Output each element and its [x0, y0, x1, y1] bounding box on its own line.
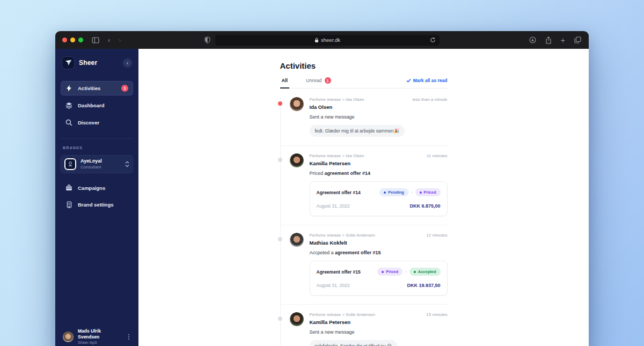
tabs-overview-icon[interactable]	[574, 36, 581, 43]
status-badge-from: Priced	[377, 268, 402, 276]
brand-name: AyeLoyal	[80, 158, 102, 164]
activity-item[interactable]: Perfume release > Ida Olsen 11 minutes K…	[280, 146, 448, 225]
briefcase-icon	[65, 185, 72, 191]
activity-context: Perfume release > Sofie Andersen	[310, 312, 375, 317]
activity-time: less than a minute	[413, 97, 448, 102]
offer-price: DKK 19.937,50	[407, 283, 440, 288]
activity-feed: Perfume release > Ida Olsen less than a …	[280, 90, 448, 346]
activity-item[interactable]: Perfume release > Sofie Andersen 12 minu…	[280, 225, 448, 305]
sidebar-item-label: Brand settings	[78, 202, 114, 208]
activity-time: 15 minutes	[426, 312, 447, 317]
close-window-button[interactable]	[62, 38, 67, 42]
browser-window: ‹ › sheer.dk	[55, 31, 589, 346]
address-bar[interactable]: sheer.dk	[215, 35, 440, 46]
sidebar-item-dashboard[interactable]: Dashboard	[61, 98, 133, 113]
brand-selector[interactable]: AyeLoyal Consultant	[61, 155, 133, 173]
url-text: sheer.dk	[321, 37, 340, 43]
unread-dot	[278, 101, 282, 106]
sidebar-item-label: Activities	[78, 85, 100, 91]
activity-action: Priced agreement offer #14	[310, 171, 448, 176]
avatar	[290, 153, 304, 167]
offer-date: August 31, 2022	[317, 283, 350, 288]
user-name: Mads Ulrik Svendsen	[78, 328, 122, 340]
layers-icon	[65, 102, 72, 109]
activity-action: Sent a new message	[310, 329, 448, 335]
window-controls	[62, 38, 83, 42]
sidebar-toggle-icon[interactable]	[92, 37, 99, 43]
activity-actor: Kamilla Petersen	[310, 319, 448, 325]
sidebar-item-label: Dashboard	[78, 102, 105, 108]
avatar	[290, 312, 304, 326]
sidebar-item-campaigns[interactable]: Campaigns	[61, 181, 133, 195]
status-badge-to: Priced	[415, 188, 441, 196]
building-icon	[65, 201, 72, 208]
offer-date: August 31, 2022	[317, 203, 350, 209]
activity-context: Perfume release > Ida Olsen	[310, 153, 364, 158]
collapse-sidebar-button[interactable]: ‹	[123, 58, 132, 68]
activity-action: Accpeted a agreement offer #15	[310, 250, 448, 255]
tab-unread[interactable]: Unread 1	[304, 77, 333, 88]
main-content: Activities All Unread 1 Mark all as read	[138, 49, 589, 346]
activity-time: 12 minutes	[426, 233, 447, 238]
read-dot	[278, 158, 282, 162]
read-dot	[278, 237, 282, 241]
sidebar-item-activities[interactable]: Activities 1	[61, 81, 133, 95]
avatar	[290, 233, 304, 247]
activity-item[interactable]: Perfume release > Ida Olsen less than a …	[280, 90, 448, 146]
brand-role: Consultant	[80, 165, 102, 170]
agreement-offer-card[interactable]: Agreement offer #15 Priced › Accepted	[310, 261, 448, 296]
tabs-bar: All Unread 1 Mark all as read	[280, 77, 448, 89]
reload-icon[interactable]	[430, 37, 436, 43]
new-tab-icon[interactable]: +	[561, 36, 565, 44]
offer-title: Agreement offer #14	[317, 190, 361, 195]
downloads-icon[interactable]	[529, 36, 536, 43]
sidebar: Sheer ‹ Activities 1	[55, 49, 138, 346]
sidebar-item-label: Campaigns	[78, 185, 105, 191]
tab-all[interactable]: All	[280, 78, 290, 89]
check-icon	[406, 78, 411, 83]
activity-actor: Kamilla Petersen	[310, 160, 448, 166]
activity-context: Perfume release > Ida Olsen	[310, 97, 364, 102]
back-icon[interactable]: ‹	[108, 36, 110, 43]
agreement-offer-card[interactable]: Agreement offer #14 Pending › Priced	[310, 181, 448, 216]
minimize-window-button[interactable]	[70, 38, 75, 42]
lock-icon	[314, 38, 319, 43]
read-dot	[278, 316, 282, 321]
avatar	[290, 97, 304, 111]
activity-context: Perfume release > Sofie Andersen	[310, 233, 375, 238]
offer-title: Agreement offer #15	[317, 269, 361, 275]
brands-section-label: BRANDS	[61, 146, 133, 150]
lightning-icon	[65, 85, 72, 92]
sheer-logo-icon	[62, 56, 75, 69]
zoom-window-button[interactable]	[78, 38, 83, 42]
sidebar-item-label: Discover	[78, 120, 99, 126]
message-bubble: fedt. Glæder mig til at arbejde sammen🎉	[310, 125, 405, 137]
forward-icon[interactable]: ›	[119, 36, 121, 43]
user-org: Sheer ApS	[78, 340, 122, 345]
shield-icon[interactable]	[204, 36, 210, 43]
offer-price: DKK 6.875,00	[409, 203, 440, 209]
message-bubble: selvfølgelig. Sender dig et tilbud nu 😊	[310, 340, 398, 346]
activities-count-badge: 1	[121, 85, 128, 92]
unread-count-badge: 1	[325, 77, 331, 84]
arrow-right-icon: ›	[405, 270, 407, 274]
sidebar-item-discover[interactable]: Discover	[61, 115, 133, 130]
browser-chrome: ‹ › sheer.dk	[55, 31, 589, 49]
user-avatar	[63, 332, 74, 342]
search-icon	[65, 119, 72, 126]
chevron-updown-icon	[125, 161, 129, 167]
share-icon[interactable]	[545, 36, 552, 44]
mark-all-as-read-button[interactable]: Mark all as read	[406, 78, 448, 88]
sidebar-item-brand-settings[interactable]: Brand settings	[61, 197, 133, 212]
app-brand-name: Sheer	[79, 59, 97, 67]
status-badge-to: Accepted	[409, 268, 441, 276]
activity-actor: Ida Olsen	[310, 104, 448, 110]
status-badge-from: Pending	[379, 188, 408, 196]
user-menu[interactable]: Mads Ulrik Svendsen Sheer ApS	[61, 323, 133, 346]
kebab-menu-icon[interactable]	[127, 333, 131, 341]
activity-action: Sent a new message	[310, 114, 448, 120]
arrow-right-icon: ›	[411, 190, 413, 195]
ayeloyal-logo	[64, 158, 76, 170]
page-title: Activities	[280, 61, 448, 70]
activity-item[interactable]: Perfume release > Sofie Andersen 15 minu…	[280, 305, 448, 346]
